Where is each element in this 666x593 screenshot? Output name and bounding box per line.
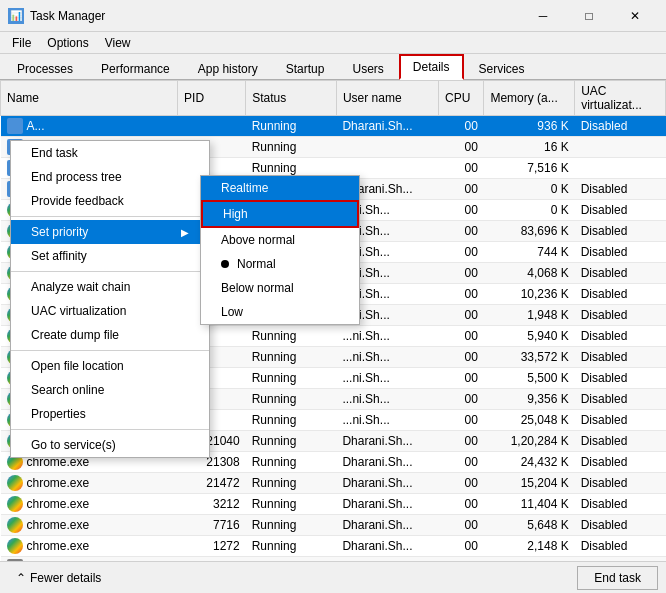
cell-username: ...ni.Sh... [336,368,438,389]
cell-uac: Disabled [575,263,666,284]
col-header-status[interactable]: Status [246,81,337,116]
tab-startup[interactable]: Startup [273,57,338,80]
cell-uac: Disabled [575,389,666,410]
cell-cpu: 00 [439,368,484,389]
minimize-button[interactable]: ─ [520,0,566,32]
col-header-uac[interactable]: UAC virtualizat... [575,81,666,116]
fewer-details-button[interactable]: ⌃ Fewer details [8,567,109,589]
chevron-up-icon: ⌃ [16,571,26,585]
cell-uac: Disabled [575,536,666,557]
cell-pid: 7716 [178,515,246,536]
priority-submenu: Realtime High Above normal Normal Below … [200,175,360,325]
cell-uac: Disabled [575,473,666,494]
ctx-set-priority[interactable]: Set priority ▶ [11,220,209,244]
cell-cpu: 00 [439,179,484,200]
col-header-memory[interactable]: Memory (a... [484,81,575,116]
table-row[interactable]: chrome.exe 1272 Running Dharani.Sh... 00… [1,536,666,557]
cell-uac: Disabled [575,242,666,263]
cell-memory: 11,404 K [484,494,575,515]
tab-performance[interactable]: Performance [88,57,183,80]
priority-realtime[interactable]: Realtime [201,176,359,200]
menu-options[interactable]: Options [39,34,96,52]
menu-bar: File Options View [0,32,666,54]
cell-name: chrome.exe [1,494,178,515]
cell-uac [575,137,666,158]
cell-cpu: 00 [439,326,484,347]
ctx-uac-virtualization[interactable]: UAC virtualization [11,299,209,323]
cell-memory: 16 K [484,137,575,158]
cell-uac: Disabled [575,515,666,536]
cell-status: Running [246,326,337,347]
tab-app-history[interactable]: App history [185,57,271,80]
priority-high-label: High [223,207,248,221]
ctx-end-task[interactable]: End task [11,141,209,165]
process-icon [7,517,23,533]
maximize-button[interactable]: □ [566,0,612,32]
end-task-button[interactable]: End task [577,566,658,590]
ctx-go-to-services[interactable]: Go to service(s) [11,433,209,457]
tab-services[interactable]: Services [466,57,538,80]
cell-cpu: 00 [439,452,484,473]
cell-memory: 744 K [484,242,575,263]
ctx-end-process-tree[interactable]: End process tree [11,165,209,189]
cell-username: Dharani.Sh... [336,515,438,536]
priority-above-normal[interactable]: Above normal [201,228,359,252]
cell-memory: 33,572 K [484,347,575,368]
col-header-name[interactable]: Name [1,81,178,116]
process-icon [7,475,23,491]
bottom-bar: ⌃ Fewer details End task [0,561,666,593]
cell-status: Running [246,368,337,389]
cell-cpu: 00 [439,242,484,263]
cell-status: Running [246,137,337,158]
tab-details[interactable]: Details [399,54,464,80]
window-title: Task Manager [30,9,520,23]
ctx-create-dump-file[interactable]: Create dump file [11,323,209,347]
cell-cpu: 00 [439,347,484,368]
table-row[interactable]: chrome.exe 21472 Running Dharani.Sh... 0… [1,473,666,494]
cell-cpu: 00 [439,116,484,137]
separator-4 [11,429,209,430]
col-header-pid[interactable]: PID [178,81,246,116]
cell-cpu: 00 [439,158,484,179]
cell-uac: Disabled [575,221,666,242]
close-button[interactable]: ✕ [612,0,658,32]
separator-2 [11,271,209,272]
cell-cpu: 00 [439,494,484,515]
cell-status: Running [246,116,337,137]
priority-above-normal-label: Above normal [221,233,295,247]
cell-status: Running [246,431,337,452]
ctx-provide-feedback[interactable]: Provide feedback [11,189,209,213]
cell-uac: Disabled [575,452,666,473]
ctx-search-online[interactable]: Search online [11,378,209,402]
table-row[interactable]: chrome.exe 3212 Running Dharani.Sh... 00… [1,494,666,515]
fewer-details-label: Fewer details [30,571,101,585]
priority-below-normal[interactable]: Below normal [201,276,359,300]
tab-users[interactable]: Users [339,57,396,80]
cell-username: ...ni.Sh... [336,389,438,410]
cell-uac: Disabled [575,116,666,137]
ctx-open-file-location[interactable]: Open file location [11,354,209,378]
submenu-arrow-icon: ▶ [181,227,189,238]
separator-1 [11,216,209,217]
cell-uac: Disabled [575,347,666,368]
menu-file[interactable]: File [4,34,39,52]
cell-uac: Disabled [575,200,666,221]
cell-uac: Disabled [575,284,666,305]
table-row[interactable]: chrome.exe 7716 Running Dharani.Sh... 00… [1,515,666,536]
context-menu: End task End process tree Provide feedba… [10,140,210,458]
ctx-properties[interactable]: Properties [11,402,209,426]
tab-bar: Processes Performance App history Startu… [0,54,666,80]
col-header-username[interactable]: User name [336,81,438,116]
ctx-analyze-wait-chain[interactable]: Analyze wait chain [11,275,209,299]
tab-processes[interactable]: Processes [4,57,86,80]
menu-view[interactable]: View [97,34,139,52]
cell-username: Dharani.Sh... [336,431,438,452]
ctx-set-priority-label: Set priority [31,225,88,239]
col-header-cpu[interactable]: CPU [439,81,484,116]
priority-low[interactable]: Low [201,300,359,324]
table-row[interactable]: A... Running Dharani.Sh... 00 936 K Disa… [1,116,666,137]
cell-uac: Disabled [575,410,666,431]
priority-normal[interactable]: Normal [201,252,359,276]
priority-high[interactable]: High [201,200,359,228]
ctx-set-affinity[interactable]: Set affinity [11,244,209,268]
